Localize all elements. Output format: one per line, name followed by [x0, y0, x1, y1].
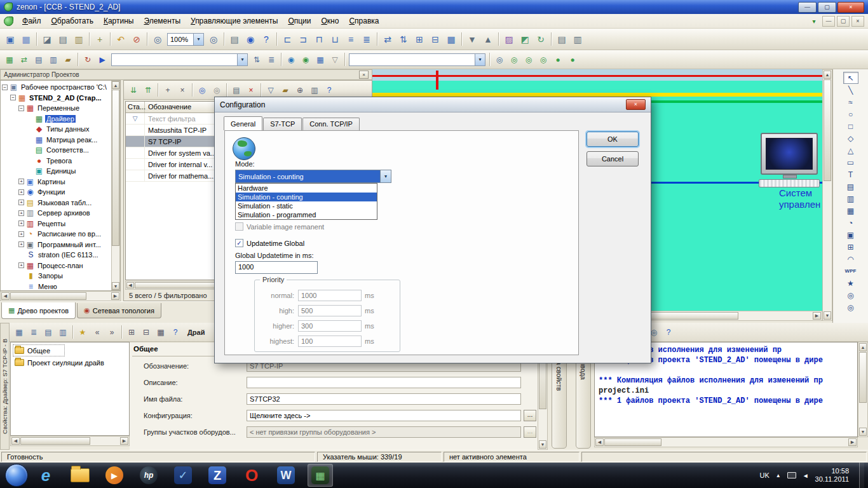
refresh-icon[interactable]: ↻	[81, 53, 95, 67]
folder-item-1[interactable]: Проект сиуляции драйв	[13, 356, 127, 369]
maximize-button[interactable]: ▢	[818, 2, 836, 13]
pattern-icon[interactable]: ▨	[501, 32, 517, 47]
minimize-button[interactable]: —	[798, 2, 817, 13]
tree-item-0[interactable]: −▣Рабочее пространство 'C:\	[1, 82, 111, 93]
bring-front-icon[interactable]: ▲	[480, 32, 496, 47]
chevron-down-icon[interactable]: ▾	[380, 170, 391, 182]
property-value[interactable]: < нет привязки группы оборудования >	[247, 426, 521, 438]
taskbar-zenon-editor[interactable]: Z	[205, 464, 230, 487]
status-ok-icon[interactable]: ●	[551, 53, 565, 67]
start-editor-icon[interactable]: ▶	[95, 53, 109, 67]
filter-combo[interactable]: ▾	[349, 53, 485, 66]
updatetime-input[interactable]: 1000	[235, 261, 318, 274]
grid-tool-icon[interactable]: ▦	[843, 205, 858, 217]
taskbar-media-player[interactable]: ▶	[102, 464, 127, 487]
menu-elements[interactable]: Элементы	[139, 14, 186, 28]
expand-icon[interactable]: +	[18, 220, 24, 226]
props-favorites-icon[interactable]: ★	[76, 325, 90, 339]
priority-input[interactable]: 1000	[298, 290, 362, 301]
driver-help-icon[interactable]: ?	[322, 83, 336, 97]
matrix-icon[interactable]: ▦	[313, 53, 327, 67]
tree-item-7[interactable]: ●Тревога	[1, 156, 111, 166]
scroll-thumb[interactable]	[824, 79, 831, 181]
topology-icon[interactable]: ◉	[299, 53, 313, 67]
scroll-left-icon[interactable]: ◀	[595, 438, 604, 446]
tree-item-10[interactable]: +◉Функции	[1, 187, 111, 198]
priority-input[interactable]: 300	[298, 320, 362, 332]
props-copy-icon[interactable]: ▤	[41, 325, 55, 339]
priority-input[interactable]: 500	[298, 305, 362, 316]
tree-item-18[interactable]: ▮Запоры	[1, 271, 111, 281]
props-forward-icon[interactable]: »	[105, 325, 119, 339]
menu-edit[interactable]: Обработать	[46, 14, 98, 28]
scroll-down-icon[interactable]: ▼	[539, 440, 546, 449]
collapse-icon[interactable]: −	[10, 95, 16, 100]
scroll-thumb[interactable]	[604, 438, 661, 446]
scroll-down-icon[interactable]: ▼	[824, 311, 831, 320]
folder-item-0[interactable]: Общее	[13, 344, 65, 356]
props-collapse-icon[interactable]: ⊟	[139, 325, 153, 339]
tree-item-19[interactable]: ≡Меню	[1, 281, 111, 291]
driver-config-icon[interactable]: ⊕	[293, 83, 307, 97]
align-middle-icon[interactable]: ≣	[359, 32, 374, 47]
taskbar-opera[interactable]: O	[239, 464, 264, 487]
driver-remove-icon[interactable]: ×	[175, 83, 189, 97]
profile-combo[interactable]: ▾	[111, 53, 248, 66]
tree-item-3[interactable]: ▦Драйвер	[1, 114, 111, 125]
menu-pictures[interactable]: Картины	[98, 14, 139, 28]
mdi-restore-button[interactable]: ▢	[837, 16, 850, 27]
dialog-close-button[interactable]: ×	[626, 99, 646, 110]
rotate-icon[interactable]: ↻	[533, 32, 548, 47]
button-tool-icon[interactable]: ▭	[843, 156, 858, 168]
close-button[interactable]: ×	[837, 2, 864, 13]
props-view-icon[interactable]: ▦	[12, 325, 26, 339]
tree-item-5[interactable]: ▦Матрица реак...	[1, 135, 111, 146]
menu-help[interactable]: Справка	[344, 14, 384, 28]
props-back-icon[interactable]: «	[90, 325, 104, 339]
scroll-down-icon[interactable]: ▼	[859, 428, 867, 436]
paste-icon[interactable]: ▥	[71, 32, 86, 47]
props-help-icon[interactable]: ?	[168, 325, 182, 339]
tree-item-6[interactable]: ▤Соответств...	[1, 145, 111, 156]
scroll-left-icon[interactable]: ◀	[11, 437, 20, 445]
taskbar-explorer-folder[interactable]	[67, 464, 93, 487]
expand-icon[interactable]: +	[18, 200, 24, 205]
import-export-icon[interactable]: ⇄	[17, 53, 31, 67]
search-prev-icon[interactable]: ◎	[536, 53, 550, 67]
curve-tool-icon[interactable]: ≈	[843, 96, 858, 108]
tab-network-topology[interactable]: ◉Сетевая топология	[77, 303, 161, 318]
property-value[interactable]: S7TCP32	[247, 393, 521, 405]
zoom-combo[interactable]: 100%▾	[167, 33, 204, 46]
driver-doc-icon[interactable]: ▤	[229, 83, 243, 97]
align-left-icon[interactable]: ⊏	[280, 32, 295, 47]
driver-find-next-icon[interactable]: ◎	[210, 83, 224, 97]
updatetime-global-checkbox[interactable]: ✓	[235, 239, 243, 247]
cancel-button[interactable]: Cancel	[587, 151, 639, 166]
align-right-icon[interactable]: ⊐	[295, 32, 311, 47]
save-icon[interactable]: ▣	[3, 32, 18, 47]
same-size-icon[interactable]: ▦	[444, 32, 459, 47]
project-admin-header[interactable]: Администратор Проектов ×	[0, 69, 372, 80]
browse-button[interactable]: ...	[524, 410, 536, 421]
zoom-out-tool-icon[interactable]: ◎	[843, 301, 858, 313]
tree-item-11[interactable]: +▤Языковая табл...	[1, 198, 111, 208]
search-icon[interactable]: ◎	[492, 53, 506, 67]
dialog-tab-s7-tcp[interactable]: S7-TCP	[263, 118, 302, 130]
scroll-up-icon[interactable]: ▲	[824, 71, 831, 79]
text-tool-icon[interactable]: T	[843, 168, 858, 180]
tree-item-8[interactable]: ▣Единицы	[1, 166, 111, 177]
mode-option[interactable]: Simulation - static	[236, 201, 377, 210]
scroll-left-icon[interactable]: ◀	[1, 292, 10, 300]
zoom-in-icon[interactable]: ◎	[206, 32, 221, 47]
driver-sheet-icon[interactable]: ▥	[308, 83, 322, 97]
mdi-minimize-button[interactable]: —	[822, 16, 835, 27]
status-run-icon[interactable]: ●	[566, 53, 580, 67]
taskbar-word[interactable]: W	[273, 464, 299, 487]
volume-tray-icon[interactable]: ◄	[803, 472, 809, 479]
chevron-down-icon[interactable]: ▾	[193, 34, 203, 45]
driver-import-icon[interactable]: ⇊	[126, 83, 140, 97]
window-tool-icon[interactable]: ⊞	[843, 241, 858, 253]
scroll-up-icon[interactable]: ▲	[859, 343, 867, 351]
ok-button[interactable]: OK	[587, 132, 639, 147]
network-icon[interactable]: ◉	[284, 53, 298, 67]
